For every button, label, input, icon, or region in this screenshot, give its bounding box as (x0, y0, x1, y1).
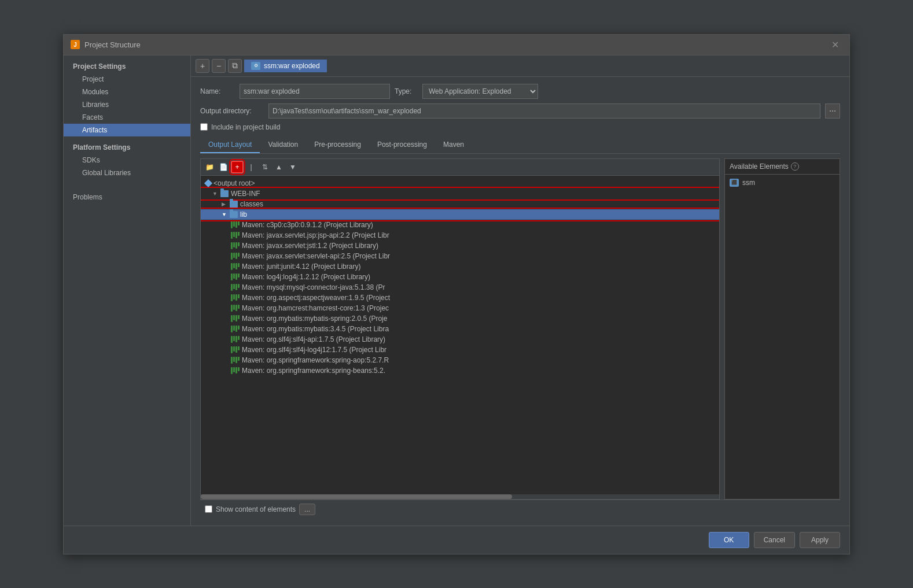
sidebar-item-sdks[interactable]: SDKs (64, 154, 190, 167)
remove-artifact-button[interactable]: − (212, 59, 226, 73)
bottom-bar: Show content of elements ... (200, 500, 840, 519)
dialog-footer: OK Cancel Apply (64, 526, 849, 554)
right-panel: Name: Type: Web Application: Exploded Ou… (191, 77, 849, 526)
tree-item-label: Maven: org.mybatis:mybatis:3.4.5 (Projec… (242, 325, 389, 333)
cancel-button[interactable]: Cancel (754, 532, 795, 548)
tree-up-btn[interactable]: ▲ (273, 161, 285, 173)
tree-item-maven-hamcrest[interactable]: Maven: org.hamcrest:hamcrest-core:1.3 (P… (201, 303, 719, 313)
tree-item-maven-mybatis[interactable]: Maven: org.mybatis:mybatis:3.4.5 (Projec… (201, 324, 719, 334)
add-artifact-button[interactable]: + (196, 59, 209, 73)
output-dir-row: Output directory: ⋯ (200, 103, 840, 119)
sidebar-item-artifacts[interactable]: Artifacts (64, 124, 190, 136)
tree-sort-btn[interactable]: ⇅ (259, 161, 271, 173)
browse-button[interactable]: ⋯ (825, 103, 840, 119)
apply-button[interactable]: Apply (800, 532, 840, 548)
tree-item-maven-slf4j-log4j[interactable]: Maven: org.slf4j:slf4j-log4j12:1.7.5 (Pr… (201, 345, 719, 355)
tree-item-label: Maven: org.slf4j:slf4j-log4j12:1.7.5 (Pr… (242, 346, 386, 354)
tree-item-label: Maven: org.slf4j:slf4j-api:1.7.5 (Projec… (242, 335, 385, 343)
lib-icon (231, 326, 240, 332)
project-settings-header: Project Settings (64, 60, 190, 73)
tree-item-classes[interactable]: ▶ classes (201, 199, 719, 209)
output-dir-input[interactable] (268, 103, 820, 119)
output-dir-label: Output directory: (200, 107, 264, 115)
lib-icon (231, 263, 240, 270)
tree-item-maven-mysql[interactable]: Maven: mysql:mysql-connector-java:5.1.38… (201, 282, 719, 293)
include-in-build-row: Include in project build (200, 123, 840, 131)
name-input[interactable] (240, 84, 390, 99)
include-in-build-checkbox[interactable] (200, 123, 208, 131)
tree-scrollbar[interactable] (201, 494, 719, 499)
available-content: ⬛ ssm (725, 175, 840, 499)
tree-item-label: Maven: org.mybatis:mybatis-spring:2.0.5 … (242, 315, 387, 323)
tree-item-maven-spring-beans[interactable]: Maven: org.springframework:spring-beans:… (201, 365, 719, 376)
lib-icon (231, 273, 240, 280)
sidebar-item-problems[interactable]: Problems (64, 191, 190, 204)
tree-down-btn[interactable]: ▼ (286, 161, 299, 173)
tree-item-web-inf[interactable]: ▼ WEB-INF (201, 188, 719, 199)
lib-icon (231, 367, 240, 374)
available-elements-panel: Available Elements ? ⬛ ssm (724, 158, 840, 500)
tree-item-maven-c3p0[interactable]: Maven: c3p0:c3p0:0.9.1.2 (Project Librar… (201, 220, 719, 230)
lib-icon (231, 336, 240, 343)
lib-icon (231, 284, 240, 291)
help-icon[interactable]: ? (791, 162, 799, 171)
tree-add-btn[interactable]: + (231, 161, 244, 173)
type-select[interactable]: Web Application: Exploded (422, 84, 538, 99)
tree-item-maven-junit[interactable]: Maven: junit:junit:4.12 (Project Library… (201, 261, 719, 272)
tab-post-processing[interactable]: Post-processing (369, 137, 435, 153)
tree-file-btn[interactable]: 📄 (217, 161, 230, 173)
tree-item-maven-jsp[interactable]: Maven: javax.servlet.jsp:jsp-api:2.2 (Pr… (201, 230, 719, 241)
tree-item-maven-spring-aop[interactable]: Maven: org.springframework:spring-aop:5.… (201, 355, 719, 365)
sidebar-item-project[interactable]: Project (64, 73, 190, 86)
sidebar-item-facets[interactable]: Facets (64, 111, 190, 124)
tree-item-maven-mybatis-spring[interactable]: Maven: org.mybatis:mybatis-spring:2.0.5 … (201, 313, 719, 324)
chevron-icon: ▼ (222, 212, 227, 217)
diamond-icon (204, 179, 212, 187)
sidebar-item-libraries[interactable]: Libraries (64, 98, 190, 111)
lib-icon (231, 221, 240, 228)
tree-item-maven-jstl[interactable]: Maven: javax.servlet:jstl:1.2 (Project L… (201, 241, 719, 251)
show-content-row: Show content of elements (205, 505, 296, 513)
show-content-checkbox[interactable] (205, 505, 212, 513)
tree-item-label: Maven: org.springframework:spring-aop:5.… (242, 356, 389, 364)
lib-icon (231, 242, 240, 249)
close-button[interactable]: ✕ (828, 38, 842, 51)
sidebar-item-modules[interactable]: Modules (64, 86, 190, 98)
tab-maven[interactable]: Maven (435, 137, 472, 153)
show-content-label: Show content of elements (216, 505, 296, 513)
dots-button[interactable]: ... (299, 504, 315, 515)
tree-item-maven-log4j[interactable]: Maven: log4j:log4j:1.2.12 (Project Libra… (201, 272, 719, 282)
tree-item-maven-servlet[interactable]: Maven: javax.servlet:servlet-api:2.5 (Pr… (201, 251, 719, 261)
tree-item-label: Maven: mysql:mysql-connector-java:5.1.38… (242, 283, 385, 291)
tab-output-layout[interactable]: Output Layout (200, 137, 260, 153)
tree-item-label: <output root> (213, 179, 255, 187)
tree-item-maven-aspectj[interactable]: Maven: org.aspectj:aspectjweaver:1.9.5 (… (201, 293, 719, 303)
tree-item-label: Maven: org.hamcrest:hamcrest-core:1.3 (P… (242, 304, 389, 312)
tree-folder-btn[interactable]: 📁 (203, 161, 216, 173)
artifact-toolbar: + − ⧉ ⚙ ssm:war exploded (191, 56, 849, 77)
tree-item-lib[interactable]: ▼ lib (201, 209, 719, 220)
name-type-row: Name: Type: Web Application: Exploded (200, 84, 840, 99)
lib-icon (231, 315, 240, 322)
main-content: + − ⧉ ⚙ ssm:war exploded Name: Type: Web… (191, 56, 849, 526)
ok-button[interactable]: OK (709, 532, 749, 548)
sidebar: Project Settings Project Modules Librari… (64, 56, 191, 526)
tab-validation[interactable]: Validation (260, 137, 306, 153)
tree-item-maven-slf4j-api[interactable]: Maven: org.slf4j:slf4j-api:1.7.5 (Projec… (201, 334, 719, 345)
tree-item-label: Maven: log4j:log4j:1.2.12 (Project Libra… (242, 273, 370, 281)
tree-item-label: Maven: org.aspectj:aspectjweaver:1.9.5 (… (242, 294, 390, 302)
chevron-icon: ▼ (212, 191, 218, 197)
tree-item-output-root[interactable]: <output root> (201, 178, 719, 188)
tree-toolbar: 📁 📄 + | ⇅ ▲ ▼ (201, 159, 719, 176)
lib-icon (231, 305, 240, 312)
artifact-item[interactable]: ⚙ ssm:war exploded (244, 60, 327, 72)
sidebar-item-global-libraries[interactable]: Global Libraries (64, 167, 190, 179)
app-icon: J (71, 40, 80, 49)
available-item-ssm[interactable]: ⬛ ssm (725, 177, 840, 188)
folder-icon (230, 211, 238, 218)
tree-item-label: Maven: javax.servlet:jstl:1.2 (Project L… (242, 242, 378, 250)
tab-pre-processing[interactable]: Pre-processing (306, 137, 369, 153)
ssm-project-icon: ⬛ (730, 179, 739, 187)
name-label: Name: (200, 87, 235, 95)
copy-artifact-button[interactable]: ⧉ (228, 59, 242, 73)
